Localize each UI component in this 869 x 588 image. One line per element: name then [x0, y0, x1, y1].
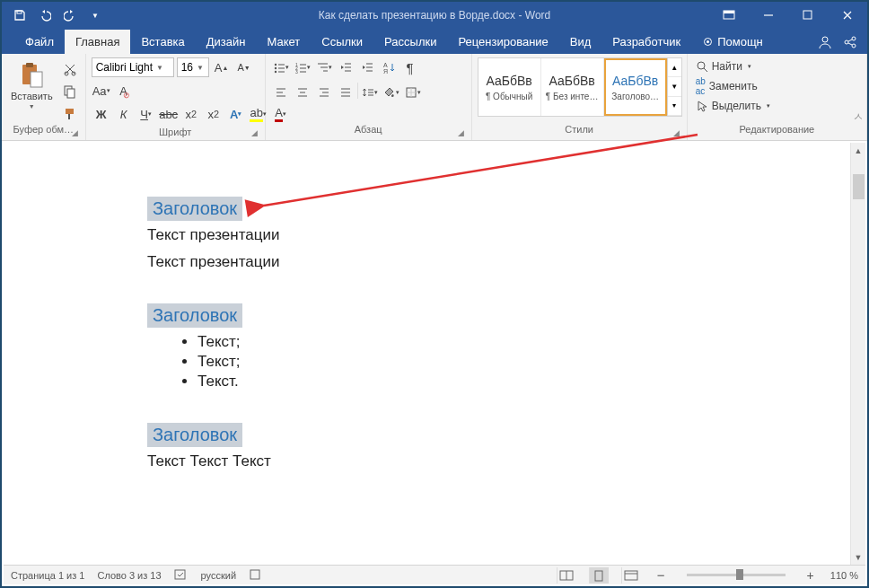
ribbon-options-icon[interactable] [709, 2, 749, 29]
tab-design[interactable]: Дизайн [196, 30, 257, 54]
zoom-out-button[interactable]: − [654, 567, 669, 583]
superscript-button[interactable]: x2 [204, 104, 224, 124]
paragraph[interactable]: Текст Текст Текст [147, 452, 865, 470]
tab-home[interactable]: Главная [65, 30, 130, 54]
qat-customize-icon[interactable]: ▼ [84, 4, 106, 26]
macro-record-icon[interactable] [249, 568, 261, 583]
print-layout-icon[interactable] [589, 567, 609, 584]
gallery-more-icon[interactable]: ▾ [668, 97, 681, 116]
justify-button[interactable] [336, 83, 356, 102]
minimize-icon[interactable] [749, 2, 788, 29]
cut-button[interactable] [60, 59, 80, 79]
svg-rect-0 [17, 11, 22, 13]
style-no-spacing[interactable]: АаБбВв¶ Без инте… [541, 58, 604, 116]
paragraph-dialog-launcher-icon[interactable]: ◢ [458, 128, 464, 137]
collapse-ribbon-icon[interactable]: ㅅ [853, 110, 864, 125]
font-name-combo[interactable]: Calibri Light▼ [92, 57, 174, 77]
save-icon[interactable] [9, 4, 31, 26]
zoom-value[interactable]: 110 % [830, 570, 858, 581]
undo-icon[interactable] [34, 4, 56, 26]
scroll-down-icon[interactable]: ▼ [851, 549, 865, 565]
align-center-button[interactable] [293, 83, 312, 102]
zoom-in-button[interactable]: + [803, 568, 818, 583]
maximize-icon[interactable] [788, 2, 828, 29]
format-painter-button[interactable] [60, 104, 80, 124]
decrease-indent-button[interactable] [336, 57, 356, 77]
account-icon[interactable] [817, 34, 833, 54]
clipboard-dialog-launcher-icon[interactable]: ◢ [72, 128, 78, 137]
grow-font-button[interactable]: A▲ [212, 57, 232, 77]
share-icon[interactable] [842, 34, 858, 54]
shrink-font-button[interactable]: A▼ [234, 57, 254, 77]
style-heading1[interactable]: АаБбВвЗаголово… [604, 58, 667, 116]
status-words[interactable]: Слово 3 из 13 [97, 570, 161, 581]
show-marks-button[interactable]: ¶ [400, 57, 420, 77]
find-button[interactable]: Найти▾ [693, 57, 773, 75]
zoom-slider-thumb[interactable] [736, 569, 743, 580]
style-normal[interactable]: АаБбВв¶ Обычный [478, 58, 541, 116]
svg-point-10 [852, 44, 856, 48]
increase-indent-button[interactable] [357, 57, 377, 77]
scroll-up-icon[interactable]: ▲ [851, 143, 865, 158]
heading[interactable]: Заголовок [147, 303, 242, 328]
zoom-slider[interactable] [687, 574, 786, 576]
font-dialog-launcher-icon[interactable]: ◢ [251, 128, 258, 137]
bullets-button[interactable]: ▾ [271, 57, 291, 77]
sort-button[interactable]: AЯ [379, 57, 399, 77]
list-item[interactable]: Текст; [198, 353, 865, 371]
svg-rect-63 [175, 570, 185, 579]
paste-button[interactable]: Вставить ▼ [7, 57, 57, 112]
tab-file[interactable]: Файл [14, 30, 65, 54]
tab-insert[interactable]: Вставка [130, 30, 195, 54]
select-button[interactable]: Выделить▾ [693, 97, 773, 115]
svg-point-19 [274, 64, 276, 66]
font-name-value: Calibri Light [96, 61, 153, 74]
heading[interactable]: Заголовок [147, 423, 242, 447]
close-icon[interactable] [828, 2, 867, 29]
document-area[interactable]: Заголовок Текст презентации Текст презен… [4, 143, 865, 565]
multilevel-button[interactable]: ▾ [314, 57, 334, 77]
strike-button[interactable]: abc [159, 104, 179, 124]
gallery-down-icon[interactable]: ▼ [668, 77, 681, 96]
change-case-button[interactable]: Aa▾ [92, 81, 111, 101]
tab-review[interactable]: Рецензирование [447, 30, 558, 54]
font-size-combo[interactable]: 16▼ [177, 57, 209, 77]
status-page[interactable]: Страница 1 из 1 [11, 570, 84, 581]
underline-button[interactable]: Ч▾ [136, 104, 156, 124]
shading-button[interactable]: ▾ [382, 83, 401, 102]
styles-dialog-launcher-icon[interactable]: ◢ [673, 128, 680, 137]
tab-layout[interactable]: Макет [256, 30, 311, 54]
text-effects-button[interactable]: A▾ [226, 104, 246, 124]
subscript-button[interactable]: x2 [181, 104, 201, 124]
web-layout-icon[interactable] [621, 567, 641, 584]
proofing-icon[interactable] [174, 568, 189, 583]
list-item[interactable]: Текст; [198, 333, 865, 351]
paragraph[interactable]: Текст презентации [147, 226, 865, 244]
status-language[interactable]: русский [201, 570, 236, 581]
tab-view[interactable]: Вид [559, 30, 602, 54]
borders-button[interactable]: ▾ [403, 83, 423, 102]
paragraph[interactable]: Текст презентации [147, 253, 865, 271]
redo-icon[interactable] [59, 4, 81, 26]
section-1: Заголовок Текст презентации Текст презен… [147, 197, 865, 271]
gallery-up-icon[interactable]: ▲ [668, 58, 681, 77]
read-mode-icon[interactable] [557, 567, 576, 584]
vertical-scrollbar[interactable]: ▲ ▼ [850, 143, 865, 565]
clear-format-button[interactable]: A⊘ [114, 81, 134, 101]
numbering-button[interactable]: 123▾ [293, 57, 312, 77]
replace-button[interactable]: abacЗаменить [693, 77, 773, 95]
tab-references[interactable]: Ссылки [311, 30, 373, 54]
italic-button[interactable]: К [114, 104, 134, 124]
list-item[interactable]: Текст. [198, 373, 865, 391]
align-right-button[interactable] [314, 83, 334, 102]
scroll-thumb[interactable] [853, 174, 865, 199]
tell-me[interactable]: Помощн [691, 30, 774, 54]
align-left-button[interactable] [271, 83, 291, 102]
svg-text:A: A [383, 62, 388, 68]
bold-button[interactable]: Ж [92, 104, 111, 124]
tab-developer[interactable]: Разработчик [601, 30, 691, 54]
tab-mailings[interactable]: Рассылки [373, 30, 447, 54]
heading[interactable]: Заголовок [147, 197, 242, 221]
line-spacing-button[interactable]: ▾ [360, 83, 380, 102]
copy-button[interactable] [60, 82, 80, 101]
